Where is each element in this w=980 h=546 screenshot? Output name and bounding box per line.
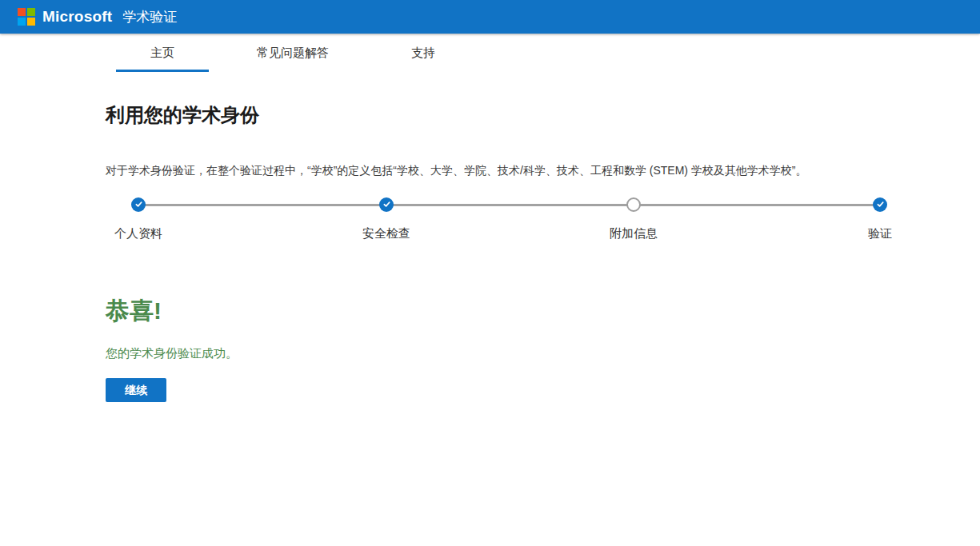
stepper-labels: 个人资料 安全检查 附加信息 验证 — [106, 226, 894, 242]
logo-square-red — [18, 8, 26, 16]
check-icon — [876, 200, 885, 209]
main-content: 利用您的学术身份 对于学术身份验证，在整个验证过程中，“学校”的定义包括“学校、… — [106, 102, 894, 402]
brand-name: Microsoft — [42, 8, 112, 26]
progress-stepper — [106, 197, 894, 212]
step-circle-additional-info — [626, 197, 641, 212]
step-circle-verification — [873, 197, 887, 212]
tab-home[interactable]: 主页 — [116, 34, 209, 72]
tab-support[interactable]: 支持 — [377, 34, 470, 72]
app-title: 学术验证 — [122, 8, 177, 26]
nav-tabs: 主页 常见问题解答 支持 — [0, 34, 980, 72]
step-label-security: 安全检查 — [362, 226, 410, 241]
step-label-verification: 验证 — [868, 226, 892, 241]
check-icon — [134, 200, 143, 209]
congrats-heading: 恭喜! — [106, 295, 894, 328]
success-message: 您的学术身份验证成功。 — [106, 346, 894, 361]
step-label-additional-info: 附加信息 — [610, 226, 658, 241]
check-icon — [382, 200, 391, 209]
microsoft-logo-icon — [18, 8, 35, 26]
stepper-track — [138, 204, 880, 206]
logo-square-green — [27, 8, 35, 16]
step-circle-profile — [131, 197, 146, 212]
page-title: 利用您的学术身份 — [106, 102, 894, 128]
description-text: 对于学术身份验证，在整个验证过程中，“学校”的定义包括“学校、大学、学院、技术/… — [106, 163, 894, 179]
step-label-profile: 个人资料 — [114, 226, 162, 241]
step-circle-security — [379, 197, 394, 212]
continue-button[interactable]: 继续 — [106, 378, 166, 402]
logo-square-yellow — [27, 18, 35, 26]
tab-faq[interactable]: 常见问题解答 — [246, 34, 339, 72]
app-header: Microsoft 学术验证 — [0, 0, 980, 34]
logo-square-blue — [18, 18, 26, 26]
